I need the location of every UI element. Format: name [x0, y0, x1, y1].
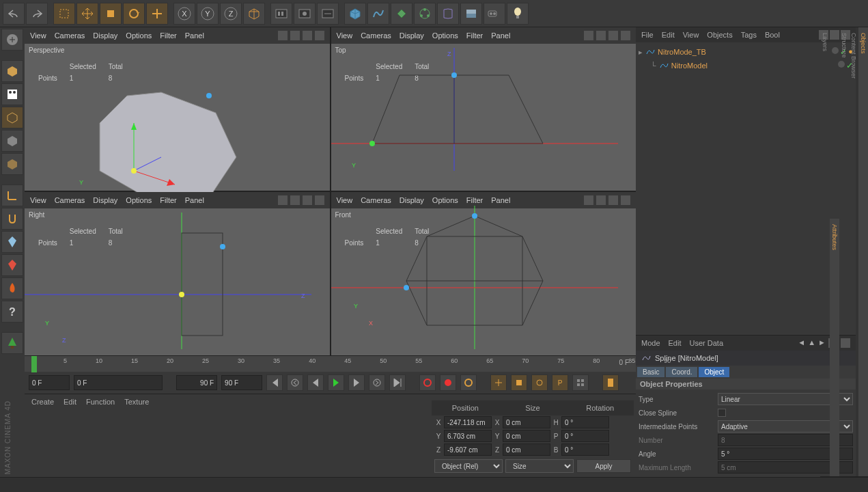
vp-menu-display[interactable]: Display: [400, 196, 424, 204]
x-axis-button[interactable]: X: [173, 3, 195, 25]
axis-tool[interactable]: [1, 184, 23, 206]
key-all-button[interactable]: [572, 374, 589, 391]
snap-tool[interactable]: [1, 208, 23, 230]
key-options-button[interactable]: [460, 374, 477, 391]
vp-menu-display[interactable]: Display: [400, 31, 424, 40]
vp-menu-panel[interactable]: Panel: [491, 196, 510, 204]
fire-tool[interactable]: [1, 277, 23, 299]
menu-mode[interactable]: Mode: [641, 339, 660, 347]
vp-icon[interactable]: [596, 31, 606, 40]
viewport-right[interactable]: View Cameras Display Options Filter Pane…: [25, 192, 330, 355]
deformer-button[interactable]: [437, 3, 459, 25]
vp-menu-view[interactable]: View: [30, 196, 46, 204]
viewport-top[interactable]: View Cameras Display Options Filter Pane…: [331, 27, 636, 191]
viewport-perspective[interactable]: View Cameras Display Options Filter Pane…: [25, 27, 330, 191]
pos-z-input[interactable]: [444, 443, 492, 456]
tab-layers[interactable]: Layers: [820, 27, 830, 477]
vp-icon[interactable]: [584, 31, 593, 40]
menu-edit[interactable]: Edit: [662, 31, 675, 39]
spline-primitive[interactable]: [367, 3, 389, 25]
y-axis-button[interactable]: Y: [197, 3, 219, 25]
timeline-options-button[interactable]: [602, 374, 619, 391]
scale-tool[interactable]: [100, 3, 122, 25]
nav-back-icon[interactable]: ◄: [798, 338, 805, 348]
vp-menu-filter[interactable]: Filter: [160, 196, 176, 204]
scatter-tool[interactable]: [1, 254, 23, 276]
next-key-button[interactable]: [369, 374, 385, 391]
light-button[interactable]: [507, 3, 529, 25]
rotate-tool[interactable]: [123, 3, 145, 25]
render-region-button[interactable]: [294, 3, 316, 25]
range-end-input[interactable]: [176, 375, 217, 390]
tab-objects[interactable]: Objects: [858, 27, 868, 477]
vp-icon[interactable]: [608, 195, 618, 205]
tab-structure[interactable]: Structure: [839, 27, 849, 477]
vp-icon[interactable]: [315, 195, 324, 205]
tab-coord[interactable]: Coord.: [666, 367, 697, 377]
vp-menu-filter[interactable]: Filter: [160, 31, 176, 40]
vp-icon[interactable]: [596, 195, 606, 205]
pos-y-input[interactable]: [444, 430, 492, 442]
model-mode[interactable]: [1, 60, 23, 82]
vp-menu-panel[interactable]: Panel: [185, 31, 204, 40]
menu-tags[interactable]: Tags: [741, 31, 757, 39]
vp-menu-options[interactable]: Options: [126, 31, 152, 40]
vp-icon[interactable]: [621, 195, 630, 205]
select-tool[interactable]: [53, 3, 75, 25]
vis-dot[interactable]: [832, 47, 839, 54]
vp-menu-cameras[interactable]: Cameras: [55, 31, 85, 40]
object-mode[interactable]: [1, 107, 23, 128]
prev-frame-button[interactable]: [307, 374, 324, 391]
playhead[interactable]: [31, 356, 37, 372]
make-editable-button[interactable]: [1, 29, 23, 51]
vp-menu-filter[interactable]: Filter: [466, 31, 483, 40]
vp-menu-display[interactable]: Display: [93, 31, 117, 40]
array-primitive[interactable]: [414, 3, 436, 25]
vp-menu-panel[interactable]: Panel: [491, 31, 510, 40]
vp-menu-cameras[interactable]: Cameras: [55, 196, 85, 204]
prev-key-button[interactable]: [287, 374, 303, 391]
workplane-tool[interactable]: [1, 231, 23, 253]
vp-icon[interactable]: [608, 31, 618, 40]
tab-basic[interactable]: Basic: [637, 367, 664, 377]
menu-file[interactable]: File: [641, 31, 654, 39]
menu-objects[interactable]: Objects: [707, 31, 732, 39]
vp-menu-view[interactable]: View: [337, 196, 353, 204]
menu-bool[interactable]: Bool: [765, 31, 780, 39]
end-frame-input[interactable]: [221, 375, 262, 390]
vp-icon[interactable]: [278, 195, 288, 205]
vp-icon[interactable]: [303, 31, 312, 40]
vp-menu-options[interactable]: Options: [432, 31, 458, 40]
size-x-input[interactable]: [503, 416, 550, 428]
key-param-button[interactable]: P: [552, 374, 568, 391]
nurbs-primitive[interactable]: [391, 3, 412, 25]
menu-create[interactable]: Create: [31, 398, 54, 406]
vp-icon[interactable]: [278, 31, 288, 40]
vp-menu-options[interactable]: Options: [432, 196, 458, 204]
edge-mode[interactable]: [1, 153, 23, 175]
vp-icon[interactable]: [290, 31, 300, 40]
go-start-button[interactable]: [266, 374, 283, 391]
menu-edit[interactable]: Edit: [64, 398, 76, 406]
vp-menu-panel[interactable]: Panel: [185, 196, 204, 204]
cube-primitive[interactable]: [344, 3, 366, 25]
pos-x-input[interactable]: [444, 416, 492, 428]
key-scale-button[interactable]: [511, 374, 527, 391]
point-mode[interactable]: [1, 130, 23, 152]
go-end-button[interactable]: [389, 374, 406, 391]
object-mode-select[interactable]: Object (Rel): [434, 459, 503, 473]
vp-menu-cameras[interactable]: Cameras: [361, 196, 391, 204]
key-rot-button[interactable]: [531, 374, 548, 391]
size-mode-select[interactable]: Size: [505, 459, 574, 473]
menu-function[interactable]: Function: [86, 398, 115, 406]
vp-menu-view[interactable]: View: [30, 31, 46, 40]
range-start-input[interactable]: [74, 375, 163, 390]
vp-menu-options[interactable]: Options: [126, 196, 152, 204]
environment-button[interactable]: [460, 3, 482, 25]
nav-up-icon[interactable]: ▲: [808, 338, 815, 348]
key-pos-button[interactable]: [490, 374, 507, 391]
eye-icon[interactable]: [830, 30, 839, 40]
record-button[interactable]: [419, 374, 436, 391]
rot-h-input[interactable]: [561, 416, 609, 428]
close-spline-checkbox[interactable]: [718, 409, 726, 417]
